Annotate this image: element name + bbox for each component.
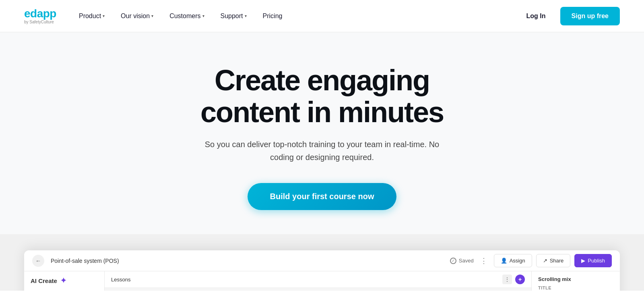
ui-right-field-label: TITLE <box>538 285 613 290</box>
ui-lessons-bar: Lessons ⋮ + <box>105 271 531 288</box>
ui-saved-status: ✓ Saved <box>450 258 474 264</box>
nav-our-vision[interactable]: Our vision ▾ <box>114 9 160 23</box>
logo[interactable]: edapp by SafetyCulture <box>24 8 56 24</box>
logo-highlight: app <box>37 7 56 20</box>
nav-support[interactable]: Support ▾ <box>214 9 253 23</box>
saved-icon: ✓ <box>450 258 456 264</box>
sparkle-icon: ✦ <box>60 276 66 285</box>
ui-topbar: ← Point-of-sale system (POS) ✓ Saved ⋮ 👤… <box>24 250 620 271</box>
logo-subtitle: by SafetyCulture <box>24 20 56 24</box>
ui-more-options-button[interactable]: ⋮ <box>480 256 487 265</box>
back-arrow-icon: ← <box>35 258 41 264</box>
chevron-down-icon: ▾ <box>151 14 153 18</box>
lessons-label: Lessons <box>111 277 130 283</box>
ui-action-buttons: 👤 Assign ↗ Share ▶ Publish <box>494 254 612 267</box>
ui-middle-panel: Lessons ⋮ + Selise 4/14 <box>105 271 531 291</box>
main-nav: Product ▾ Our vision ▾ Customers ▾ Suppo… <box>72 9 289 23</box>
color-scheme-label: Color Scheme <box>31 290 98 291</box>
publish-icon: ▶ <box>581 258 585 264</box>
chevron-down-icon: ▾ <box>202 14 204 18</box>
assign-icon: 👤 <box>501 258 507 264</box>
ui-left-labels: Color Scheme <box>31 290 98 291</box>
hero-subtitle: So you can deliver top-notch training to… <box>197 138 447 164</box>
lessons-options-button[interactable]: ⋮ <box>502 275 512 284</box>
ui-share-button[interactable]: ↗ Share <box>536 254 571 267</box>
ui-right-panel: Scrolling mix TITLE <box>531 271 620 291</box>
login-button[interactable]: Log In <box>520 9 552 23</box>
ui-content-area: AI Create ✦ Color Scheme Lessons ⋮ + S <box>24 271 620 291</box>
hero-section: Create engaging content in minutes So yo… <box>0 32 644 234</box>
nav-pricing[interactable]: Pricing <box>256 9 289 23</box>
lessons-add-button[interactable]: + <box>515 275 525 284</box>
site-header: edapp by SafetyCulture Product ▾ Our vis… <box>0 0 644 32</box>
cta-build-course-button[interactable]: Build your first course now <box>248 183 397 210</box>
ui-course-title: Point-of-sale system (POS) <box>51 258 444 264</box>
header-auth: Log In Sign up free <box>520 7 620 25</box>
hero-title: Create engaging content in minutes <box>200 65 444 128</box>
ui-ai-create-label: AI Create ✦ <box>31 276 98 285</box>
ui-assign-button[interactable]: 👤 Assign <box>494 254 532 267</box>
ui-left-panel: AI Create ✦ Color Scheme <box>24 271 105 291</box>
nav-customers[interactable]: Customers ▾ <box>163 9 211 23</box>
ui-preview-window: ← Point-of-sale system (POS) ✓ Saved ⋮ 👤… <box>24 250 620 291</box>
chevron-down-icon: ▾ <box>245 14 247 18</box>
nav-product[interactable]: Product ▾ <box>72 9 111 23</box>
signup-button[interactable]: Sign up free <box>560 7 620 25</box>
ui-lessons-actions: ⋮ + <box>502 275 525 284</box>
ui-preview-section: ← Point-of-sale system (POS) ✓ Saved ⋮ 👤… <box>0 234 644 291</box>
share-icon: ↗ <box>543 258 547 264</box>
ui-back-button[interactable]: ← <box>32 255 44 267</box>
ui-publish-button[interactable]: ▶ Publish <box>574 254 612 267</box>
ui-right-section-title: Scrolling mix <box>538 276 613 282</box>
chevron-down-icon: ▾ <box>103 14 105 18</box>
logo-prefix: ed <box>24 7 37 20</box>
